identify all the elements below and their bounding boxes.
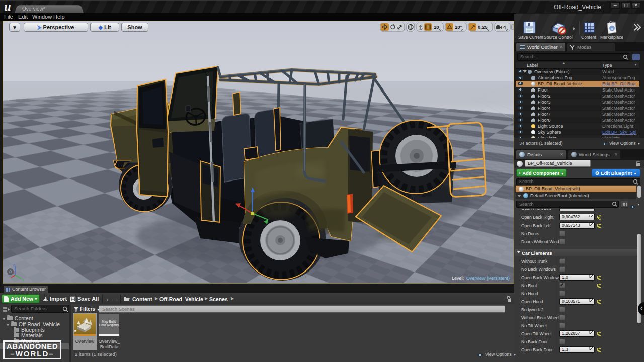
svg-text:0,25: 0,25 xyxy=(478,24,488,30)
svg-text:y: y xyxy=(22,278,24,282)
svg-text:10: 10 xyxy=(434,24,439,30)
svg-text:4: 4 xyxy=(503,24,506,30)
svg-text:10°: 10° xyxy=(455,24,462,30)
svg-text:u: u xyxy=(611,26,613,31)
svg-text:z: z xyxy=(13,263,15,267)
